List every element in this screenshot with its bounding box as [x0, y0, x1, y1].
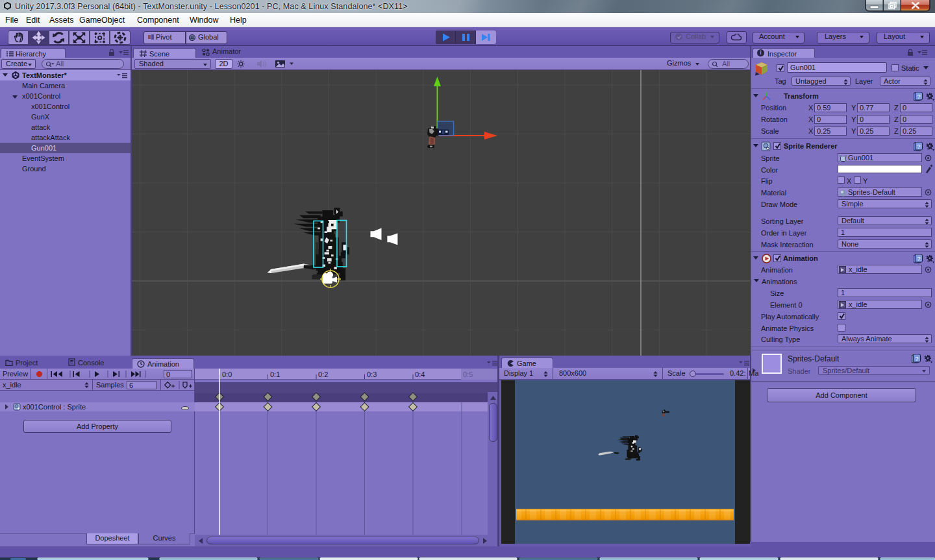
svg-text:0:3: 0:3	[367, 371, 377, 378]
svg-text:0:2: 0:2	[318, 371, 328, 378]
svg-text:?: ?	[917, 256, 920, 262]
svg-text:0:4: 0:4	[415, 371, 425, 378]
svg-text:0:5: 0:5	[463, 371, 473, 378]
svg-text:?: ?	[917, 93, 920, 100]
svg-text:?: ?	[917, 143, 920, 150]
svg-text:0:1: 0:1	[270, 371, 280, 378]
svg-text:?: ?	[915, 356, 918, 362]
svg-text:0:0: 0:0	[222, 371, 232, 378]
